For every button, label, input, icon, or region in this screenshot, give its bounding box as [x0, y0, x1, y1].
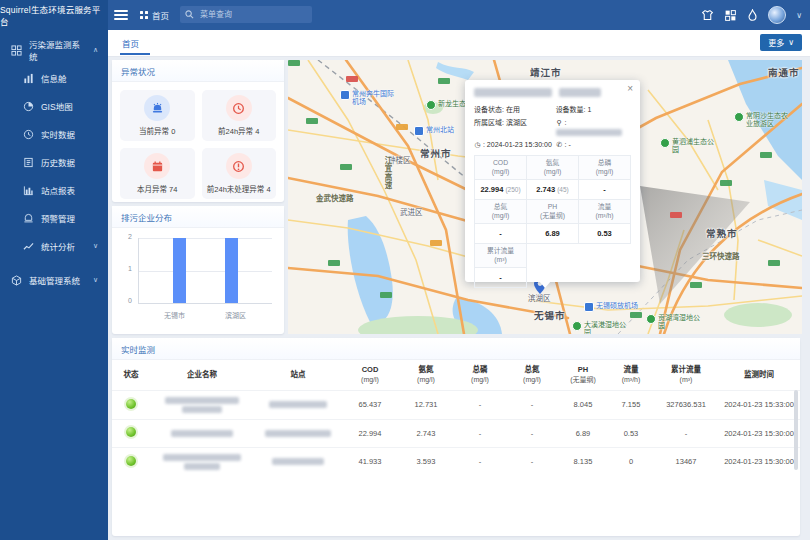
- chevron-down-icon: ∨: [93, 276, 98, 284]
- update-time: ◷ : 2024-01-23 15:30:00: [474, 140, 556, 149]
- clock-icon: ◷: [474, 140, 481, 149]
- region: 所属区域: 滨湖区: [474, 118, 556, 136]
- park-icon: [734, 112, 744, 122]
- sidebar-item-statistics[interactable]: 统计分析 ∨: [12, 232, 108, 260]
- park-icon: [660, 138, 670, 148]
- map-poi-airport: 常州奔牛国际机场: [340, 90, 398, 106]
- clock-icon: [22, 128, 34, 140]
- table-header-row: 状态 企业名称 站点 COD(mg/l) 氨氮(mg/l) 总磷(mg/l) 总…: [112, 360, 800, 390]
- road-badge: [720, 180, 732, 186]
- popup-metrics-table: COD(mg/l) 氨氮(mg/l) 总磷(mg/l) 22.994 (250)…: [474, 155, 631, 288]
- menu-toggle-icon[interactable]: [114, 8, 128, 20]
- address: ⚲ :: [556, 118, 631, 136]
- road-badge: [430, 240, 442, 246]
- road-badge: [328, 260, 340, 266]
- panel-title: 实时监测: [112, 338, 800, 360]
- grid-icon: [140, 11, 148, 19]
- map-label-road: 金武快速路: [316, 192, 354, 203]
- bar: [225, 238, 238, 303]
- sidebar-item-station-report[interactable]: 站点报表: [12, 176, 108, 204]
- y-tick: 0: [116, 297, 132, 304]
- status-dot-green: [126, 456, 136, 466]
- sidebar-section-basic-management[interactable]: 基础管理系统 ∨: [0, 266, 108, 294]
- road-badge: [438, 78, 450, 84]
- monitor-table: 状态 企业名称 站点 COD(mg/l) 氨氮(mg/l) 总磷(mg/l) 总…: [112, 360, 800, 476]
- device-count: 设备数量: 1: [556, 105, 631, 114]
- road-badge: [380, 292, 392, 298]
- road-badge: [760, 152, 772, 158]
- close-icon[interactable]: ×: [627, 83, 633, 94]
- report-chart-icon: [22, 184, 34, 196]
- flame-icon[interactable]: [747, 9, 758, 22]
- theme-skin-icon[interactable]: [701, 9, 714, 22]
- chevron-down-icon: ∨: [93, 242, 98, 250]
- map-label-city: 常熟市: [706, 226, 738, 240]
- device-status: 设备状态: 在用: [474, 105, 556, 114]
- history-doc-icon: [22, 156, 34, 168]
- sidebar-item-history-data[interactable]: 历史数据: [12, 148, 108, 176]
- airport-icon: [340, 90, 350, 100]
- sidebar-item-gis-map[interactable]: GIS地图: [12, 92, 108, 120]
- bar: [173, 238, 186, 303]
- card-current-abnormal[interactable]: 当前异常 0: [120, 90, 195, 141]
- redacted-station-title: [474, 88, 631, 99]
- airport-icon: [584, 302, 594, 312]
- road-badge: [768, 260, 780, 266]
- app-logo: Squirrel生态环境云服务平台: [0, 0, 108, 30]
- phone-icon: ✆: [556, 140, 563, 149]
- user-avatar[interactable]: [768, 6, 786, 24]
- road-badge: [690, 282, 702, 288]
- card-month-abnormal[interactable]: 本月异常 74: [120, 148, 195, 199]
- map-poi-park: 常阴沙生态农业旅游区: [734, 112, 792, 128]
- panel-title: 排污企业分布: [112, 206, 284, 228]
- tab-home[interactable]: 首页: [122, 30, 139, 55]
- card-24h-abnormal[interactable]: 前24h异常 4: [202, 90, 277, 141]
- breadcrumb[interactable]: 首页: [140, 0, 169, 30]
- search-input[interactable]: [198, 9, 307, 20]
- monitor-grid-icon: [10, 44, 22, 56]
- top-header: Squirrel生态环境云服务平台 首页 ∨: [0, 0, 810, 30]
- map-poi-park: 黄泗浦生态公园: [660, 138, 718, 154]
- map-label-road: 江宜高速: [382, 156, 393, 190]
- search-icon: [185, 10, 194, 19]
- abnormal-status-panel: 异常状况 当前异常 0 前24h异常 4 本月异常 74 前24h未处理异常 4: [112, 60, 284, 202]
- alarm-bell-icon: [22, 212, 34, 224]
- more-button[interactable]: 更多∨: [760, 34, 802, 51]
- calendar-icon: [144, 153, 170, 179]
- redacted-company-name: [152, 397, 252, 413]
- y-tick: 1: [116, 265, 132, 272]
- app-root: Squirrel生态环境云服务平台 首页 ∨ 污染源监测系统 ∧: [0, 0, 810, 540]
- redacted-company-name: [152, 454, 252, 470]
- map-label-district: 武进区: [400, 206, 423, 217]
- map-poi-park: 贡湖湾湿地公园: [646, 314, 704, 330]
- table-row[interactable]: 22.9942.743 -- 6.890.53 -2024-01-23 15:3…: [112, 419, 800, 447]
- redacted-station-name: [256, 401, 340, 408]
- sidebar: 污染源监测系统 ∧ 信息舱 GIS地图 实时数据 历史数据: [0, 30, 108, 540]
- table-row[interactable]: 41.9333.593 -- 8.1350 134672024-01-23 15…: [112, 447, 800, 476]
- table-row[interactable]: 65.43712.731 -- 8.0457.155 327636.531202…: [112, 390, 800, 419]
- layout-screens-icon[interactable]: [724, 9, 737, 22]
- road-badge: [340, 164, 352, 170]
- road-badge: [346, 76, 358, 82]
- card-24h-unhandled-abnormal[interactable]: 前24h未处理异常 4: [202, 148, 277, 199]
- clock-alert-icon: [226, 95, 252, 121]
- sidebar-section-pollution-monitoring[interactable]: 污染源监测系统 ∧: [0, 36, 108, 64]
- table-scrollbar[interactable]: [794, 390, 798, 470]
- menu-search[interactable]: [180, 6, 312, 23]
- sidebar-item-realtime-data[interactable]: 实时数据: [12, 120, 108, 148]
- exclamation-icon: [226, 153, 252, 179]
- gis-map[interactable]: 常州市 钟楼区 武进区 无锡市 滨湖区 常熟市 南通市 靖江市 金武快速路 三环…: [288, 60, 802, 334]
- park-icon: [646, 314, 656, 324]
- popup-pointer: [539, 281, 551, 288]
- bar-chart-icon: [22, 72, 34, 84]
- road-badge: [396, 124, 408, 130]
- sidebar-item-info-cabin[interactable]: 信息舱: [12, 64, 108, 92]
- x-category: 滨湖区: [225, 310, 246, 320]
- panel-title: 异常状况: [112, 60, 284, 82]
- bar-chart-plot: [138, 238, 272, 304]
- phone: ✆ : -: [556, 140, 631, 149]
- pie-map-icon: [22, 100, 34, 112]
- map-label-city: 无锡市: [534, 308, 566, 322]
- chevron-down-icon[interactable]: ∨: [796, 11, 802, 20]
- sidebar-item-alert-management[interactable]: 预警管理: [12, 204, 108, 232]
